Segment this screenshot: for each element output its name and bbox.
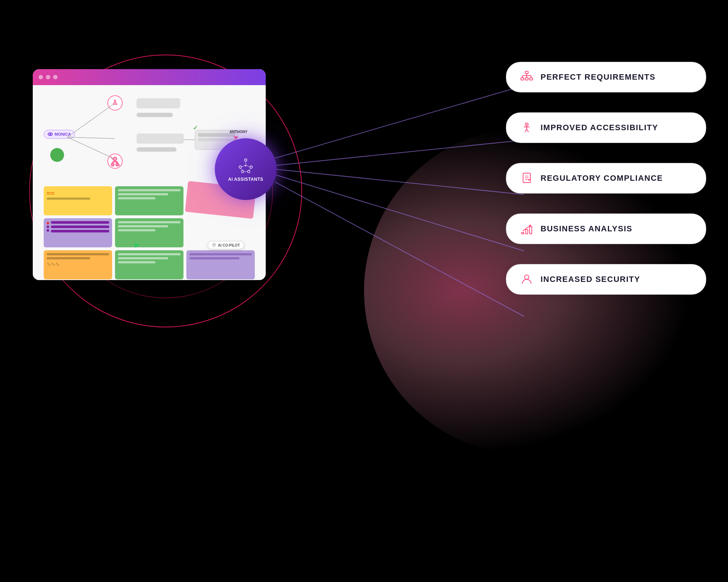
chart-icon-box xyxy=(519,222,534,236)
network-icon-box xyxy=(519,70,534,84)
sticky-yellow-1: ≈≈ xyxy=(44,186,112,215)
bullet-lines xyxy=(51,221,109,232)
svg-rect-56 xyxy=(522,232,524,234)
sg3-line-1 xyxy=(118,253,181,255)
sticky-orange-1: ∿∿∿ xyxy=(44,250,112,279)
svg-line-2 xyxy=(275,169,524,195)
header-dot-2 xyxy=(46,75,50,79)
feature-improved-accessibility: IMPROVED ACCESSIBILITY xyxy=(506,112,706,143)
svg-line-4 xyxy=(275,182,524,316)
svg-rect-37 xyxy=(525,71,528,73)
sg-line-3 xyxy=(118,197,155,199)
svg-line-22 xyxy=(67,137,115,159)
sg3-line-2 xyxy=(118,257,168,259)
regulatory-compliance-label: REGULATORY COMPLIANCE xyxy=(541,174,663,183)
features-panel: PERFECT REQUIREMENTS IMPROVED ACCESSIBIL… xyxy=(506,62,706,295)
sg2-line-3 xyxy=(118,229,155,231)
so-line-1 xyxy=(47,253,109,255)
svg-line-32 xyxy=(241,166,245,167)
mm-block-1 xyxy=(136,98,180,108)
improved-accessibility-label: IMPROVED ACCESSIBILITY xyxy=(541,123,658,132)
sticky-green-2 xyxy=(115,218,183,247)
monica-label: MONICA xyxy=(55,132,71,136)
mm-disconnect-icon xyxy=(107,154,123,169)
mm-block-2 xyxy=(136,113,173,117)
mm-block-4 xyxy=(136,147,177,152)
main-scene: MONICA xyxy=(0,0,728,582)
svg-point-47 xyxy=(526,124,527,125)
ai-network-icon xyxy=(237,156,255,175)
sticky-bullet-purple xyxy=(44,218,112,247)
svg-line-3 xyxy=(275,175,524,251)
business-analysis-label: BUSINESS ANALYSIS xyxy=(541,224,632,234)
svg-rect-39 xyxy=(525,78,528,80)
svg-line-51 xyxy=(527,129,529,132)
header-dot-1 xyxy=(39,75,43,79)
so-line-2 xyxy=(47,257,90,259)
svg-point-30 xyxy=(245,165,247,167)
sg-line-2 xyxy=(118,193,168,195)
green-circle xyxy=(50,148,64,162)
compliance-icon xyxy=(520,172,533,185)
svg-point-59 xyxy=(525,275,529,279)
svg-rect-57 xyxy=(526,230,528,234)
squiggle-icon: ≈≈ xyxy=(47,189,109,198)
svg-line-33 xyxy=(247,166,250,167)
svg-point-5 xyxy=(114,100,116,101)
location-icon xyxy=(212,243,216,247)
sg2-line-1 xyxy=(118,221,181,223)
feature-business-analysis: BUSINESS ANALYSIS xyxy=(506,214,706,244)
ai-center-circle: AI ASSISTANTS xyxy=(215,138,277,200)
svg-point-28 xyxy=(241,170,244,173)
sg-line-1 xyxy=(118,189,181,191)
perfect-requirements-label: PERFECT REQUIREMENTS xyxy=(541,72,656,82)
header-dot-3 xyxy=(53,75,58,79)
anthony-label: ANTHONY xyxy=(230,130,248,134)
sp2-line-2 xyxy=(189,257,240,259)
network-requirements-icon xyxy=(520,71,533,84)
svg-line-34 xyxy=(240,168,243,171)
card-header xyxy=(33,69,266,85)
bullet-dot-red xyxy=(47,222,49,224)
security-icon xyxy=(520,273,533,286)
sticky-green-1 xyxy=(115,186,183,215)
squiggle-2: ∿∿∿ xyxy=(47,261,109,267)
svg-point-17 xyxy=(112,163,114,166)
bullet-dot-1 xyxy=(47,226,49,228)
sticky-line-1 xyxy=(47,198,90,200)
sg2-line-2 xyxy=(118,225,168,227)
accessibility-icon xyxy=(520,121,533,134)
compliance-icon-box xyxy=(519,171,534,186)
svg-point-27 xyxy=(250,166,253,168)
ai-copilot-badge: AI CO-PILOT xyxy=(208,241,244,249)
svg-line-50 xyxy=(525,129,527,132)
eye-icon xyxy=(48,132,53,136)
mm-connected-line-2 xyxy=(198,138,235,141)
feature-perfect-requirements: PERFECT REQUIREMENTS xyxy=(506,62,706,92)
svg-line-21 xyxy=(67,137,115,139)
sticky-green-3 xyxy=(115,250,183,279)
svg-rect-38 xyxy=(521,78,524,80)
monica-badge: MONICA xyxy=(44,130,75,139)
svg-line-0 xyxy=(275,85,524,158)
feature-increased-security: INCREASED SECURITY xyxy=(506,264,706,295)
bullet-dot-2 xyxy=(47,229,49,232)
ai-copilot-label: AI CO-PILOT xyxy=(218,243,240,247)
svg-rect-40 xyxy=(530,78,533,80)
sticky-purple-2 xyxy=(186,250,255,279)
sticky-notes-grid: ≈≈ xyxy=(44,186,255,279)
mm-add-icon xyxy=(107,95,123,111)
bline-3 xyxy=(51,230,109,232)
bline-2 xyxy=(51,226,109,228)
checkmark-icon: ✓ xyxy=(193,124,198,131)
accessibility-icon-box xyxy=(519,120,534,135)
feature-regulatory-compliance: REGULATORY COMPLIANCE xyxy=(506,163,706,194)
svg-line-35 xyxy=(249,168,251,171)
increased-security-label: INCREASED SECURITY xyxy=(541,275,640,284)
svg-point-29 xyxy=(248,170,250,173)
svg-rect-58 xyxy=(530,227,532,234)
chart-icon xyxy=(520,222,533,235)
bullet-dots xyxy=(47,221,49,232)
svg-point-10 xyxy=(113,104,114,105)
svg-point-11 xyxy=(116,104,117,105)
